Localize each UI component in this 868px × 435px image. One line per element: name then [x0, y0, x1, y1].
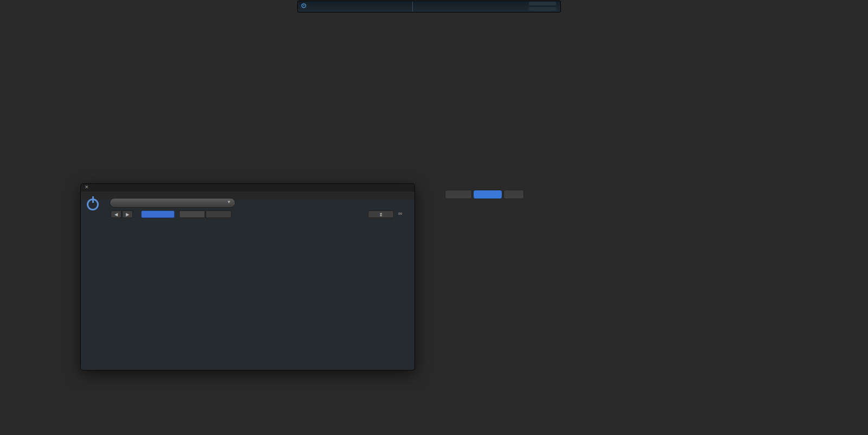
gear-icon[interactable]: ⚙: [301, 2, 307, 10]
lcd-display: [297, 1, 561, 12]
copy-button[interactable]: [179, 210, 205, 218]
view-zoom-select[interactable]: ⇕: [368, 210, 394, 218]
mixer-tab-tracks[interactable]: [473, 190, 502, 199]
link-icon[interactable]: ∞: [398, 210, 403, 216]
hd-meter: [529, 7, 556, 11]
chevron-down-icon: ▼: [227, 200, 231, 204]
compare-button[interactable]: [141, 210, 175, 218]
logic-pro-screen: ⚙ ✕ ▼ ◀ ▶ ⇕ ∞: [0, 0, 868, 435]
next-preset-button[interactable]: ▶: [122, 210, 133, 218]
prev-preset-button[interactable]: ◀: [111, 210, 122, 218]
cpu-meter: [529, 2, 556, 5]
paste-button[interactable]: [206, 210, 232, 218]
preset-selector[interactable]: [110, 198, 235, 208]
mixer-tab-single[interactable]: [445, 190, 472, 199]
close-icon[interactable]: ✕: [85, 184, 89, 190]
mixer-tab-all[interactable]: [503, 190, 524, 199]
